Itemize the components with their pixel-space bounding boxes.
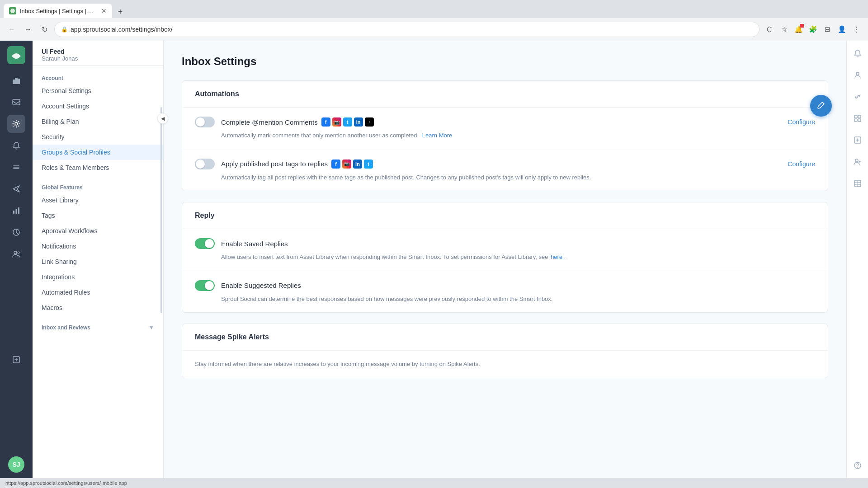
rail-people-icon[interactable] (7, 245, 25, 263)
svg-rect-4 (17, 79, 20, 84)
sidebar-item-notifications[interactable]: Notifications (33, 239, 163, 254)
cast-icon[interactable]: ⬡ (763, 23, 776, 36)
notifications-browser-icon[interactable]: 🔔 (792, 23, 805, 36)
rail-send-icon[interactable] (7, 180, 25, 198)
mention-comments-thumb (196, 117, 205, 127)
linkedin-icon: in (354, 117, 363, 127)
section-collapse-icon[interactable]: ▼ (149, 324, 154, 331)
post-tags-track (195, 159, 215, 169)
sidebar-item-personal-settings[interactable]: Personal Settings (33, 83, 163, 99)
sidebar-nav: Account Personal Settings Account Settin… (33, 66, 163, 338)
rail-inbox-icon[interactable] (7, 93, 25, 111)
sidebar-header: UI Feed Sarauh Jonas (33, 41, 163, 66)
right-rail-grid-icon[interactable] (850, 111, 865, 126)
rail-analytics-icon[interactable] (7, 202, 25, 220)
reply-card: Reply Enable Saved Replies Allow users t… (182, 202, 828, 313)
setting-row-suggested-replies: Enable Suggested Replies Sprout Social c… (182, 271, 828, 313)
here-link[interactable]: here (551, 253, 562, 260)
new-tab-button[interactable]: + (114, 5, 127, 18)
sidebar-username: Sarauh Jonas (42, 55, 154, 62)
split-screen-icon[interactable]: ⊟ (821, 23, 834, 36)
mention-comments-toggle[interactable] (195, 117, 215, 127)
mention-comments-social-icons: f 📷 t in ♪ (321, 117, 374, 127)
post-tags-toggle[interactable] (195, 159, 215, 169)
sidebar-item-asset-library[interactable]: Asset Library (33, 192, 163, 208)
rail-home-icon[interactable] (7, 71, 25, 89)
sidebar-item-integrations[interactable]: Integrations (33, 269, 163, 285)
right-rail-user-plus-icon[interactable] (850, 155, 865, 169)
right-rail-link-icon[interactable] (850, 89, 865, 104)
instagram-icon: 📷 (332, 117, 341, 127)
status-link-text: mobile app (103, 480, 127, 486)
sidebar-item-link-sharing[interactable]: Link Sharing (33, 254, 163, 269)
right-rail-table-icon[interactable] (850, 176, 865, 191)
rail-list-icon[interactable] (7, 158, 25, 176)
post-tags-description: Automatically tag all post replies with … (221, 173, 815, 182)
user-avatar[interactable]: SJ (8, 456, 24, 473)
post-tags-label: Apply published post tags to replies f 📷… (221, 160, 373, 169)
refresh-button[interactable]: ↻ (38, 23, 51, 36)
setting-row-mention-comments: Complete @mention Comments f 📷 t in ♪ Co… (182, 108, 828, 150)
tab-close-button[interactable]: ✕ (101, 7, 107, 14)
saved-replies-label: Enable Saved Replies (221, 240, 288, 248)
spike-alerts-row: Stay informed when there are relative in… (182, 351, 828, 378)
app-layout: SJ UI Feed Sarauh Jonas Account Personal… (0, 41, 868, 478)
profile-icon[interactable]: 👤 (835, 23, 848, 36)
rail-charts-icon[interactable] (7, 223, 25, 241)
saved-replies-description: Allow users to insert text from Asset Li… (221, 253, 815, 262)
saved-replies-toggle[interactable] (195, 238, 215, 249)
rail-settings-icon[interactable] (7, 115, 25, 133)
post-tags-thumb (196, 160, 205, 169)
extensions-icon[interactable]: 🧩 (807, 23, 819, 36)
sidebar-item-groups-social-profiles[interactable]: Groups & Social Profiles (33, 145, 163, 160)
right-rail-add-icon[interactable] (850, 133, 865, 147)
post-tags-social-icons: f 📷 in t (331, 160, 373, 169)
svg-point-0 (10, 9, 15, 13)
sidebar-item-tags[interactable]: Tags (33, 208, 163, 223)
menu-icon[interactable]: ⋮ (850, 23, 863, 36)
sidebar-section-global-features: Global Features (33, 181, 163, 192)
svg-rect-12 (18, 207, 19, 214)
address-bar[interactable]: 🔒 app.sproutsocial.com/settings/inbox/ (54, 22, 760, 37)
sidebar-item-roles-team-members[interactable]: Roles & Team Members (33, 160, 163, 175)
automations-section-title: Automations (182, 81, 828, 108)
toolbar-actions: ⬡ ☆ 🔔 🧩 ⊟ 👤 ⋮ (763, 23, 863, 36)
svg-rect-20 (854, 119, 857, 122)
sidebar-scroll-thumb (160, 107, 162, 313)
learn-more-link[interactable]: Learn More (422, 132, 452, 139)
back-button[interactable]: ← (5, 23, 18, 36)
sidebar-item-approval-workflows[interactable]: Approval Workflows (33, 223, 163, 239)
sidebar-item-macros[interactable]: Macros (33, 300, 163, 315)
compose-fab[interactable] (810, 95, 832, 117)
icon-rail: SJ (0, 41, 33, 478)
right-rail-help-icon[interactable] (850, 458, 865, 473)
fb-icon-2: f (331, 160, 340, 169)
browser-toolbar: ← → ↻ 🔒 app.sproutsocial.com/settings/in… (0, 18, 868, 41)
bookmark-icon[interactable]: ☆ (778, 23, 790, 36)
suggested-replies-toggle[interactable] (195, 280, 215, 291)
sidebar-item-security[interactable]: Security (33, 129, 163, 145)
saved-replies-track (195, 238, 215, 249)
active-tab[interactable]: Inbox Settings | Settings | Sprou... ✕ (4, 4, 112, 18)
sidebar-item-account-settings[interactable]: Account Settings (33, 99, 163, 114)
right-rail-bell-icon[interactable] (850, 46, 865, 61)
setting-row-post-tags: Apply published post tags to replies f 📷… (182, 150, 828, 191)
sidebar-toggle-button[interactable]: ◀ (157, 113, 168, 124)
sidebar-item-automated-rules[interactable]: Automated Rules (33, 285, 163, 300)
suggested-replies-track (195, 280, 215, 291)
svg-point-17 (856, 72, 859, 75)
rail-store-icon[interactable] (7, 351, 25, 369)
mention-comments-configure-link[interactable]: Configure (788, 118, 815, 126)
page-title: Inbox Settings (182, 55, 828, 68)
mention-comments-description: Automatically mark comments that only me… (221, 131, 815, 140)
rail-alerts-icon[interactable] (7, 136, 25, 155)
twitter-icon: t (343, 117, 352, 127)
forward-button[interactable]: → (22, 23, 34, 36)
right-rail-profile-icon[interactable] (850, 68, 865, 82)
sidebar-item-billing-plan[interactable]: Billing & Plan (33, 114, 163, 129)
post-tags-configure-link[interactable]: Configure (788, 160, 815, 168)
sidebar-scroll-container: Account Personal Settings Account Settin… (33, 66, 163, 478)
app-logo[interactable] (7, 46, 25, 64)
lock-icon: 🔒 (61, 26, 68, 33)
spike-alerts-section-title: Message Spike Alerts (182, 324, 828, 351)
